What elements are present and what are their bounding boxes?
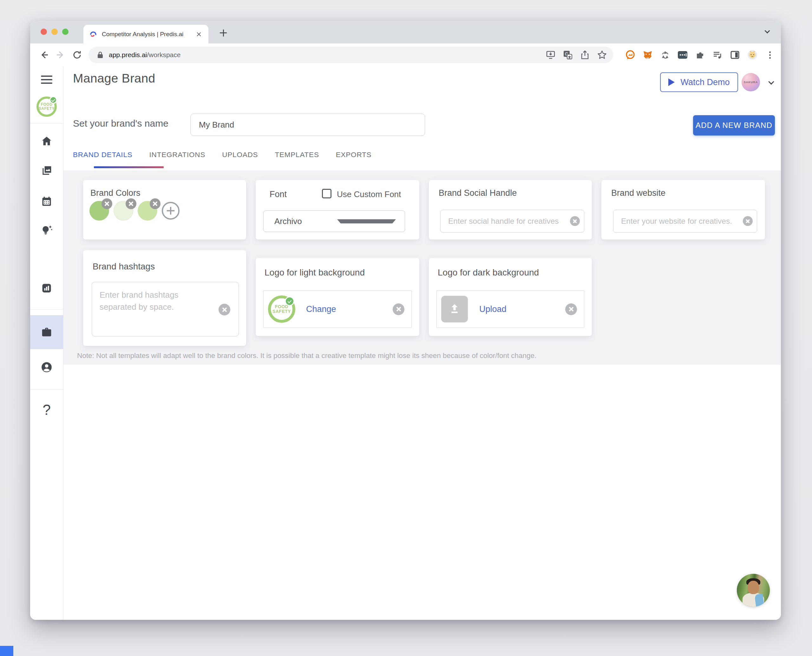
install-app-icon[interactable]: [545, 50, 556, 60]
templates-note: Note: Not all templates will adapt well …: [77, 352, 536, 360]
translate-icon[interactable]: G: [562, 50, 573, 60]
macos-minimize-button[interactable]: [51, 29, 58, 35]
tab-exports[interactable]: EXPORTS: [336, 151, 372, 167]
remove-dark-logo-icon[interactable]: [565, 303, 577, 315]
lock-icon[interactable]: [97, 51, 104, 59]
font-title: Font: [270, 189, 287, 199]
active-tab-indicator: [94, 166, 164, 168]
address-bar[interactable]: app.predis.ai/workspace G: [88, 46, 613, 63]
url-text: app.predis.ai/workspace: [109, 51, 539, 59]
sidebar-item-ideas[interactable]: [30, 223, 63, 238]
social-handle-card: Brand Social Handle: [429, 180, 592, 240]
brand-colors-title: Brand Colors: [90, 188, 140, 198]
font-select-value: Archivo: [274, 217, 326, 226]
tab-uploads[interactable]: UPLOADS: [222, 151, 258, 167]
upload-icon: [448, 302, 461, 316]
extension-orange-chat-icon[interactable]: [625, 50, 636, 60]
main-content: Manage Brand Watch Demo SAKURA Set your …: [63, 67, 781, 620]
website-card: Brand website: [601, 180, 765, 240]
dropdown-caret-icon: [337, 219, 396, 223]
tab-search-chevron-icon[interactable]: [766, 29, 772, 35]
browser-window: Competitor Analysis | Predis.ai app.pred: [30, 21, 781, 620]
tab-integrations[interactable]: INTEGRATIONS: [150, 151, 205, 167]
sidebar-item-calendar[interactable]: [30, 194, 63, 209]
change-logo-link[interactable]: Change: [306, 304, 393, 314]
sidebar-item-help[interactable]: ?: [30, 400, 63, 419]
extension-recycle-icon[interactable]: [660, 50, 670, 60]
workspace-brand-logo[interactable]: FOOD SAFETY: [30, 94, 63, 119]
hashtags-card: Brand hashtags: [83, 250, 246, 346]
add-new-brand-button[interactable]: ADD A NEW BRAND: [693, 115, 775, 136]
hashtags-title: Brand hashtags: [93, 261, 155, 272]
extension-metamask-icon[interactable]: [642, 50, 653, 60]
logo-dark-title: Logo for dark background: [438, 268, 539, 278]
sidebar-item-library[interactable]: [30, 163, 63, 178]
browser-toolbar: app.predis.ai/workspace G: [30, 43, 781, 67]
tab-close-icon[interactable]: [195, 31, 203, 38]
brand-name-label: Set your brand's name: [73, 118, 168, 129]
browser-tab[interactable]: Competitor Analysis | Predis.ai: [83, 25, 208, 43]
clear-social-handle-icon[interactable]: [570, 216, 580, 226]
browser-tab-strip: Competitor Analysis | Predis.ai: [30, 21, 781, 43]
social-handle-input[interactable]: [441, 210, 584, 232]
hamburger-menu-icon[interactable]: [30, 73, 63, 86]
clear-hashtags-icon[interactable]: [219, 304, 230, 316]
app-sidebar: FOOD SAFETY: [30, 67, 63, 620]
brand-color-swatch[interactable]: [90, 201, 109, 221]
sidebar-item-account[interactable]: [30, 360, 63, 375]
logo-light-box: FOOD SAFETY Change: [263, 290, 412, 328]
forward-icon[interactable]: [54, 48, 67, 61]
share-icon[interactable]: [579, 50, 590, 60]
website-title: Brand website: [611, 188, 665, 198]
sidebar-item-analytics[interactable]: [30, 280, 63, 296]
add-color-button[interactable]: [162, 202, 179, 220]
macos-close-button[interactable]: [41, 29, 47, 35]
clear-website-icon[interactable]: [743, 216, 753, 226]
tab-brand-details[interactable]: BRAND DETAILS: [73, 151, 133, 167]
logo-light-card: Logo for light background FOOD SAFETY Ch…: [256, 258, 419, 336]
macos-zoom-button[interactable]: [62, 29, 68, 35]
remove-color-icon[interactable]: [150, 198, 161, 209]
extension-playlist-icon[interactable]: [712, 50, 723, 60]
hashtags-textarea[interactable]: [92, 282, 239, 336]
background-blue-fragment: [0, 646, 13, 656]
upload-logo-link[interactable]: Upload: [479, 304, 565, 314]
font-select[interactable]: Archivo: [263, 210, 405, 232]
use-custom-font-checkbox[interactable]: [322, 189, 332, 198]
browser-menu-icon[interactable]: [764, 50, 775, 60]
font-card: Font Use Custom Font Archivo: [256, 180, 419, 240]
extension-side-panel-icon[interactable]: [730, 50, 740, 60]
watch-demo-button[interactable]: Watch Demo: [660, 72, 738, 92]
website-input[interactable]: [613, 210, 757, 232]
brand-logo-preview: FOOD SAFETY: [268, 296, 295, 323]
logo-light-title: Logo for light background: [264, 268, 365, 278]
sidebar-item-home[interactable]: [30, 134, 63, 149]
sidebar-item-brand[interactable]: [30, 325, 63, 340]
new-tab-button[interactable]: [218, 28, 229, 39]
remove-color-icon[interactable]: [126, 198, 136, 209]
desktop-background: Competitor Analysis | Predis.ai app.pred: [0, 0, 812, 656]
bookmark-star-icon[interactable]: [597, 50, 607, 60]
logo-dark-box: Upload: [437, 290, 584, 328]
check-badge-icon: [285, 296, 294, 306]
browser-profile-avatar[interactable]: [747, 50, 758, 60]
remove-color-icon[interactable]: [102, 198, 112, 209]
workspace-avatar[interactable]: SAKURA: [742, 73, 760, 91]
brand-colors-card: Brand Colors: [83, 180, 246, 240]
extensions-puzzle-icon[interactable]: [695, 50, 705, 60]
brand-name-input[interactable]: [190, 114, 425, 136]
reload-icon[interactable]: [71, 48, 83, 61]
check-badge-icon: [49, 96, 57, 104]
brand-tabs: BRAND DETAILS INTEGRATIONS UPLOADS TEMPL…: [73, 151, 371, 167]
support-chat-avatar[interactable]: [737, 574, 770, 607]
account-chevron-down-icon[interactable]: [769, 80, 773, 84]
back-icon[interactable]: [38, 48, 51, 61]
remove-light-logo-icon[interactable]: [393, 303, 404, 315]
brand-color-swatch[interactable]: [137, 201, 157, 221]
extension-password-manager-icon[interactable]: [677, 50, 688, 60]
predis-favicon: [89, 30, 97, 39]
upload-logo-dropzone[interactable]: [441, 296, 468, 322]
tab-templates[interactable]: TEMPLATES: [275, 151, 319, 167]
logo-dark-card: Logo for dark background Upload: [429, 258, 592, 336]
brand-color-swatch[interactable]: [114, 201, 133, 221]
